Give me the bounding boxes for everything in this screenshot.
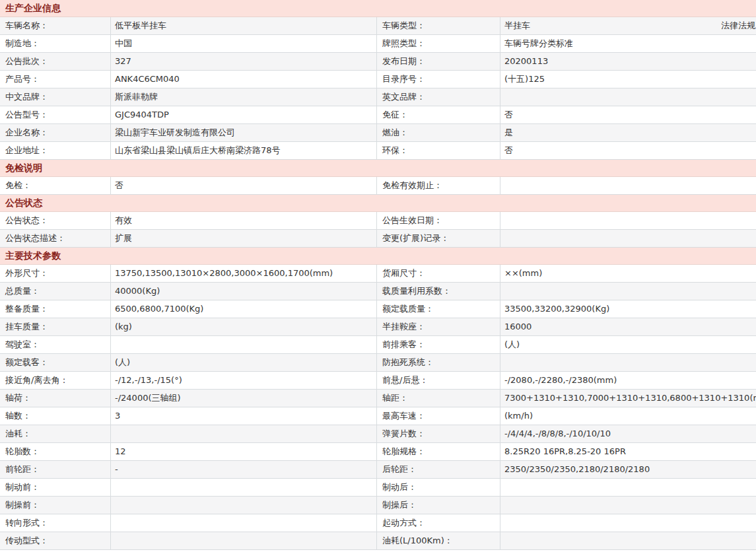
row-value-right: 8.25R20 16PR,8.25-20 16PR — [500, 443, 756, 460]
row-value-right: 否 — [500, 106, 756, 123]
row-label-left: 额定载客： — [0, 354, 110, 371]
section-0: 生产企业信息车辆名称：低平板半挂车车辆类型：半挂车法律法规制造地：中国牌照类型：… — [0, 0, 756, 160]
row-value-right: 否 — [500, 142, 756, 159]
row-label-left: 公告状态描述： — [0, 230, 110, 247]
row-label-right: 起动方式： — [376, 514, 500, 532]
row-value-left — [110, 479, 376, 496]
row-label-left: 公告批次： — [0, 53, 110, 70]
row-label-right: 变更(扩展)记录： — [376, 230, 500, 247]
table-row: 产品号：ANK4C6CM040目录序号：(十五)125 — [0, 71, 756, 88]
row-label-right: 最高车速： — [376, 407, 500, 425]
table-row: 免检：否免检有效期止： — [0, 177, 756, 195]
row-label-left: 轴荷： — [0, 390, 110, 407]
row-label-left: 传动型式： — [0, 532, 110, 549]
row-label-right: 制操后： — [376, 497, 500, 514]
row-value-left: -/12,-/13,-/15(°) — [110, 372, 376, 389]
row-label-left: 制造地： — [0, 35, 110, 52]
row-value-right — [500, 212, 756, 229]
row-value-right: -/2080,-/2280,-/2380(mm) — [500, 372, 756, 389]
row-value-left — [110, 336, 376, 353]
table-row: 轴数：3最高车速：(km/h) — [0, 407, 756, 425]
row-value-left: 13750,13500,13010×2800,3000×1600,1700(mm… — [110, 265, 376, 282]
section-title: 免检说明 — [0, 160, 756, 177]
row-value-left: 否 — [110, 177, 376, 194]
row-label-right: 英文品牌： — [376, 88, 500, 106]
row-label-left: 产品号： — [0, 71, 110, 88]
row-label-left: 中文品牌： — [0, 88, 110, 106]
table-row: 制动前：制动后： — [0, 479, 756, 497]
row-value-right — [500, 177, 756, 194]
row-label-right: 前排乘客： — [376, 336, 500, 353]
row-label-right: 额定载质量： — [376, 300, 500, 318]
row-value-right: ××(mm) — [500, 265, 756, 282]
row-label-right: 目录序号： — [376, 71, 500, 88]
row-value-right — [500, 532, 756, 549]
table-row: 驾驶室：前排乘客：(人) — [0, 336, 756, 354]
row-value-left — [110, 497, 376, 514]
row-label-right: 货厢尺寸： — [376, 265, 500, 282]
section-1: 免检说明免检：否免检有效期止： — [0, 160, 756, 195]
row-label-right: 牌照类型： — [376, 35, 500, 52]
section-title: 主要技术参数 — [0, 248, 756, 265]
row-value-right: 2350/2350/2350,2180/2180/2180 — [500, 461, 756, 478]
table-row: 额定载客：(人)防抱死系统： — [0, 354, 756, 372]
row-value-left: 40000(Kg) — [110, 283, 376, 300]
table-row: 中文品牌：斯派菲勒牌英文品牌： — [0, 88, 756, 106]
row-value-left: - — [110, 461, 376, 478]
table-row: 公告型号：GJC9404TDP免征：否 — [0, 106, 756, 124]
row-value-right: 16000 — [500, 318, 756, 335]
row-value-right: (十五)125 — [500, 71, 756, 88]
row-label-left: 总质量： — [0, 283, 110, 300]
row-label-left: 前轮距： — [0, 461, 110, 478]
row-label-left: 接近角/离去角： — [0, 372, 110, 389]
row-value-left — [110, 425, 376, 442]
vehicle-info-page: 生产企业信息车辆名称：低平板半挂车车辆类型：半挂车法律法规制造地：中国牌照类型：… — [0, 0, 756, 554]
row-value-right: (人) — [500, 336, 756, 353]
section-title: 公告状态 — [0, 195, 756, 212]
row-value-left: 3 — [110, 407, 376, 425]
row-label-right: 发布日期： — [376, 53, 500, 70]
table-row: 转向形式：起动方式： — [0, 514, 756, 532]
row-label-left: 公告状态： — [0, 212, 110, 229]
row-value-left: GJC9404TDP — [110, 106, 376, 123]
row-label-right: 油耗(L/100Km)： — [376, 532, 500, 549]
table-row: 油耗：弹簧片数：-/4/4/4,-/8/8/8,-/10/10/10 — [0, 425, 756, 443]
row-label-left: 轴数： — [0, 407, 110, 425]
row-value-right — [500, 497, 756, 514]
row-value-right — [500, 479, 756, 496]
row-label-left: 免检： — [0, 177, 110, 194]
row-value-left: (kg) — [110, 318, 376, 335]
table-row: 传动型式：油耗(L/100Km)： — [0, 532, 756, 550]
table-row: 公告状态：有效公告生效日期： — [0, 212, 756, 230]
table-row: 挂车质量：(kg)半挂鞍座：16000 — [0, 318, 756, 336]
row-label-left: 挂车质量： — [0, 318, 110, 335]
row-value-left: 梁山新宇车业研发制造有限公司 — [110, 124, 376, 141]
row-label-left: 驾驶室： — [0, 336, 110, 353]
table-row: 接近角/离去角：-/12,-/13,-/15(°)前悬/后悬：-/2080,-/… — [0, 372, 756, 390]
row-label-right: 前悬/后悬： — [376, 372, 500, 389]
table-row: 公告状态描述：扩展变更(扩展)记录： — [0, 230, 756, 248]
row-value-right — [500, 230, 756, 247]
row-value-left: 12 — [110, 443, 376, 460]
row-label-left: 整备质量： — [0, 300, 110, 318]
row-label-right: 载质量利用系数： — [376, 283, 500, 300]
row-label-right: 半挂鞍座： — [376, 318, 500, 335]
row-value-left: 327 — [110, 53, 376, 70]
row-label-right: 免征： — [376, 106, 500, 123]
row-value-left: 扩展 — [110, 230, 376, 247]
row-label-right: 弹簧片数： — [376, 425, 500, 442]
row-value-left: 斯派菲勒牌 — [110, 88, 376, 106]
row-label-right: 车辆类型： — [376, 17, 500, 34]
row-value-left: (人) — [110, 354, 376, 371]
row-label-left: 转向形式： — [0, 514, 110, 532]
table-row: 整备质量：6500,6800,7100(Kg)额定载质量：33500,33200… — [0, 300, 756, 318]
row-value-left — [110, 514, 376, 532]
row-value-left — [110, 532, 376, 549]
row-value-left: 低平板半挂车 — [110, 17, 376, 34]
row-value-right: 半挂车法律法规 — [500, 17, 756, 34]
row-label-left: 轮胎数： — [0, 443, 110, 460]
row-label-left: 制操前： — [0, 497, 110, 514]
row-value-left: 6500,6800,7100(Kg) — [110, 300, 376, 318]
row-value-left: 中国 — [110, 35, 376, 52]
legal-regulations-link[interactable]: 法律法规 — [721, 17, 756, 34]
